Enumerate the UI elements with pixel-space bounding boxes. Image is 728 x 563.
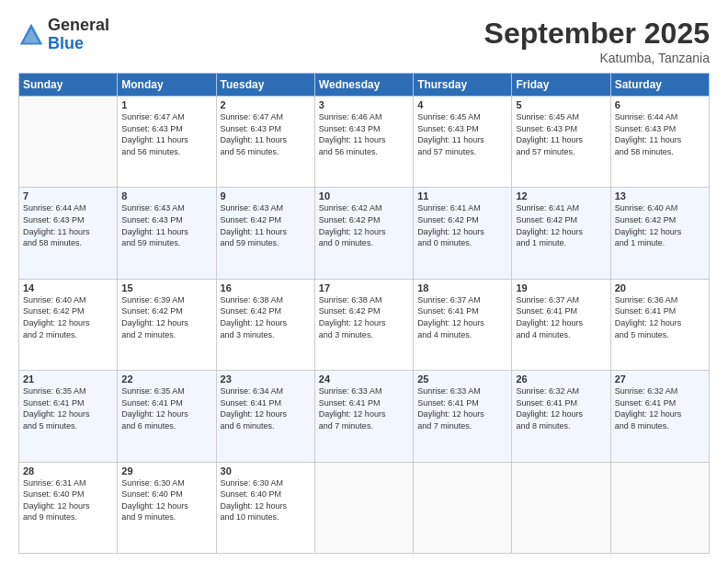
day-info: Sunrise: 6:40 AM Sunset: 6:42 PM Dayligh… — [615, 202, 705, 248]
day-info: Sunrise: 6:32 AM Sunset: 6:41 PM Dayligh… — [516, 385, 606, 431]
day-number: 17 — [319, 282, 409, 293]
calendar-cell — [19, 97, 118, 188]
calendar-cell: 27Sunrise: 6:32 AM Sunset: 6:41 PM Dayli… — [610, 371, 709, 462]
calendar-cell: 15Sunrise: 6:39 AM Sunset: 6:42 PM Dayli… — [118, 279, 216, 370]
calendar-cell: 4Sunrise: 6:45 AM Sunset: 6:43 PM Daylig… — [414, 97, 512, 188]
day-number: 1 — [121, 99, 211, 110]
calendar-header-saturday: Saturday — [610, 74, 709, 97]
day-number: 4 — [417, 99, 507, 110]
month-title: September 2025 — [484, 17, 710, 51]
calendar-cell — [610, 462, 709, 553]
day-info: Sunrise: 6:40 AM Sunset: 6:42 PM Dayligh… — [23, 294, 113, 340]
day-info: Sunrise: 6:39 AM Sunset: 6:42 PM Dayligh… — [121, 294, 211, 340]
day-number: 2 — [221, 99, 311, 110]
day-info: Sunrise: 6:47 AM Sunset: 6:43 PM Dayligh… — [221, 111, 311, 157]
calendar-week-5: 28Sunrise: 6:31 AM Sunset: 6:40 PM Dayli… — [19, 462, 710, 553]
calendar-cell: 16Sunrise: 6:38 AM Sunset: 6:42 PM Dayli… — [216, 279, 314, 370]
day-info: Sunrise: 6:46 AM Sunset: 6:43 PM Dayligh… — [319, 111, 409, 157]
day-info: Sunrise: 6:38 AM Sunset: 6:42 PM Dayligh… — [319, 294, 409, 340]
calendar-header-tuesday: Tuesday — [216, 74, 314, 97]
day-info: Sunrise: 6:44 AM Sunset: 6:43 PM Dayligh… — [615, 111, 705, 157]
day-info: Sunrise: 6:33 AM Sunset: 6:41 PM Dayligh… — [417, 385, 507, 431]
calendar-cell — [414, 462, 512, 553]
calendar-cell: 14Sunrise: 6:40 AM Sunset: 6:42 PM Dayli… — [19, 279, 118, 370]
calendar-cell: 30Sunrise: 6:30 AM Sunset: 6:40 PM Dayli… — [216, 462, 314, 553]
day-info: Sunrise: 6:35 AM Sunset: 6:41 PM Dayligh… — [121, 385, 211, 431]
header: General Blue September 2025 Katumba, Tan… — [18, 17, 710, 65]
calendar-header-thursday: Thursday — [414, 74, 512, 97]
day-number: 9 — [221, 190, 311, 201]
day-info: Sunrise: 6:44 AM Sunset: 6:43 PM Dayligh… — [23, 202, 113, 248]
logo-icon — [18, 22, 44, 48]
page: General Blue September 2025 Katumba, Tan… — [0, 0, 728, 563]
day-number: 7 — [23, 190, 113, 201]
day-number: 10 — [319, 190, 409, 201]
day-number: 23 — [221, 373, 311, 385]
day-info: Sunrise: 6:43 AM Sunset: 6:43 PM Dayligh… — [121, 202, 211, 248]
calendar-cell: 12Sunrise: 6:41 AM Sunset: 6:42 PM Dayli… — [512, 188, 610, 279]
calendar-header-wednesday: Wednesday — [314, 74, 413, 97]
title-block: September 2025 Katumba, Tanzania — [484, 17, 710, 65]
calendar-cell: 5Sunrise: 6:45 AM Sunset: 6:43 PM Daylig… — [512, 97, 610, 188]
day-number: 27 — [615, 373, 705, 385]
calendar-cell: 13Sunrise: 6:40 AM Sunset: 6:42 PM Dayli… — [610, 188, 709, 279]
day-info: Sunrise: 6:41 AM Sunset: 6:42 PM Dayligh… — [516, 202, 606, 248]
calendar-cell: 24Sunrise: 6:33 AM Sunset: 6:41 PM Dayli… — [314, 371, 413, 462]
day-number: 15 — [121, 282, 211, 293]
calendar-week-1: 1Sunrise: 6:47 AM Sunset: 6:43 PM Daylig… — [19, 97, 710, 188]
calendar-header-row: SundayMondayTuesdayWednesdayThursdayFrid… — [19, 74, 710, 97]
calendar-cell: 17Sunrise: 6:38 AM Sunset: 6:42 PM Dayli… — [314, 279, 413, 370]
day-number: 21 — [23, 373, 113, 385]
day-number: 20 — [615, 282, 705, 293]
day-number: 6 — [615, 99, 705, 110]
location: Katumba, Tanzania — [484, 51, 710, 65]
day-info: Sunrise: 6:30 AM Sunset: 6:40 PM Dayligh… — [221, 477, 311, 523]
day-info: Sunrise: 6:41 AM Sunset: 6:42 PM Dayligh… — [417, 202, 507, 248]
day-info: Sunrise: 6:38 AM Sunset: 6:42 PM Dayligh… — [221, 294, 311, 340]
day-info: Sunrise: 6:35 AM Sunset: 6:41 PM Dayligh… — [23, 385, 113, 431]
day-number: 8 — [121, 190, 211, 201]
calendar-cell: 26Sunrise: 6:32 AM Sunset: 6:41 PM Dayli… — [512, 371, 610, 462]
day-number: 16 — [221, 282, 311, 293]
calendar-week-2: 7Sunrise: 6:44 AM Sunset: 6:43 PM Daylig… — [19, 188, 710, 279]
calendar-cell: 8Sunrise: 6:43 AM Sunset: 6:43 PM Daylig… — [118, 188, 216, 279]
calendar-cell: 18Sunrise: 6:37 AM Sunset: 6:41 PM Dayli… — [414, 279, 512, 370]
day-number: 12 — [516, 190, 606, 201]
day-number: 19 — [516, 282, 606, 293]
day-info: Sunrise: 6:33 AM Sunset: 6:41 PM Dayligh… — [319, 385, 409, 431]
calendar-cell: 19Sunrise: 6:37 AM Sunset: 6:41 PM Dayli… — [512, 279, 610, 370]
day-info: Sunrise: 6:34 AM Sunset: 6:41 PM Dayligh… — [221, 385, 311, 431]
calendar-header-friday: Friday — [512, 74, 610, 97]
calendar-cell: 9Sunrise: 6:43 AM Sunset: 6:42 PM Daylig… — [216, 188, 314, 279]
day-info: Sunrise: 6:32 AM Sunset: 6:41 PM Dayligh… — [615, 385, 705, 431]
calendar-cell — [512, 462, 610, 553]
day-number: 3 — [319, 99, 409, 110]
day-number: 5 — [516, 99, 606, 110]
day-number: 11 — [417, 190, 507, 201]
day-info: Sunrise: 6:42 AM Sunset: 6:42 PM Dayligh… — [319, 202, 409, 248]
calendar-table: SundayMondayTuesdayWednesdayThursdayFrid… — [18, 73, 710, 554]
calendar-cell: 29Sunrise: 6:30 AM Sunset: 6:40 PM Dayli… — [118, 462, 216, 553]
calendar-cell: 3Sunrise: 6:46 AM Sunset: 6:43 PM Daylig… — [314, 97, 413, 188]
day-number: 25 — [417, 373, 507, 385]
calendar-cell — [314, 462, 413, 553]
logo-text: General Blue — [48, 17, 109, 53]
calendar-week-3: 14Sunrise: 6:40 AM Sunset: 6:42 PM Dayli… — [19, 279, 710, 370]
day-info: Sunrise: 6:47 AM Sunset: 6:43 PM Dayligh… — [121, 111, 211, 157]
calendar-cell: 7Sunrise: 6:44 AM Sunset: 6:43 PM Daylig… — [19, 188, 118, 279]
calendar-cell: 25Sunrise: 6:33 AM Sunset: 6:41 PM Dayli… — [414, 371, 512, 462]
logo-general: General — [48, 16, 109, 34]
day-info: Sunrise: 6:37 AM Sunset: 6:41 PM Dayligh… — [516, 294, 606, 340]
calendar-header-monday: Monday — [118, 74, 216, 97]
calendar-cell: 28Sunrise: 6:31 AM Sunset: 6:40 PM Dayli… — [19, 462, 118, 553]
day-number: 29 — [121, 465, 211, 477]
calendar-header-sunday: Sunday — [19, 74, 118, 97]
day-number: 24 — [319, 373, 409, 385]
calendar-week-4: 21Sunrise: 6:35 AM Sunset: 6:41 PM Dayli… — [19, 371, 710, 462]
day-number: 18 — [417, 282, 507, 293]
logo-blue: Blue — [48, 34, 84, 52]
calendar-cell: 6Sunrise: 6:44 AM Sunset: 6:43 PM Daylig… — [610, 97, 709, 188]
logo: General Blue — [18, 17, 109, 53]
calendar-cell: 22Sunrise: 6:35 AM Sunset: 6:41 PM Dayli… — [118, 371, 216, 462]
day-info: Sunrise: 6:36 AM Sunset: 6:41 PM Dayligh… — [615, 294, 705, 340]
